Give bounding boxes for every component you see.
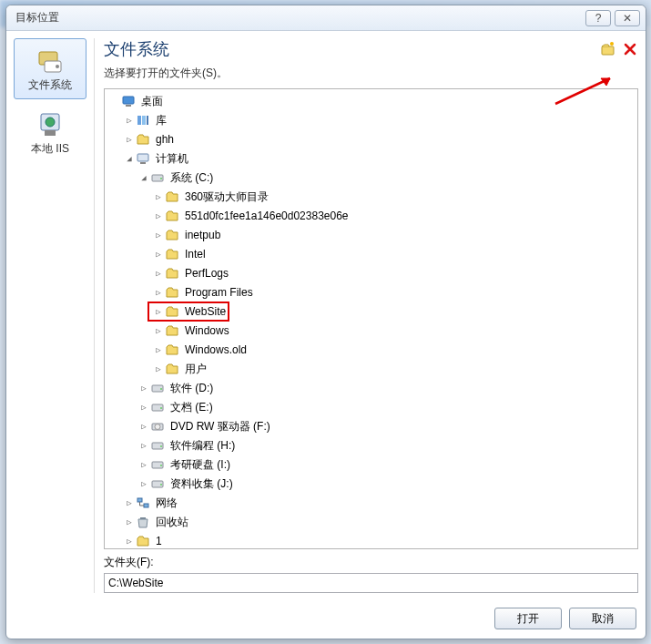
tree-node-folder-6[interactable]: ▷WebSite xyxy=(105,302,637,321)
tree-node-library[interactable]: ▷库 xyxy=(105,111,637,129)
tree-node-computer[interactable]: ◢计算机 xyxy=(105,149,637,168)
expand-icon[interactable]: ▷ xyxy=(152,322,165,340)
tree-node-label: ghh xyxy=(154,130,176,148)
open-button[interactable]: 打开 xyxy=(494,608,562,629)
tree-node-label: 551d0fc1fee1a146e0d02383e06e xyxy=(183,207,351,225)
expand-icon[interactable]: ▷ xyxy=(152,226,165,244)
tree-node-folder-0[interactable]: ▷360驱动大师目录 xyxy=(105,188,637,206)
tree-node-label: 1 xyxy=(154,532,164,549)
folder-icon xyxy=(165,247,179,261)
tree-node-drive-i[interactable]: ▷考研硬盘 (I:) xyxy=(105,455,637,474)
tree-node-ghh[interactable]: ▷ghh xyxy=(105,130,637,148)
drive-icon xyxy=(150,170,165,185)
expand-icon[interactable]: ▷ xyxy=(152,188,165,206)
tree-node-folder-8[interactable]: ▷Windows.old xyxy=(105,341,637,359)
svg-rect-13 xyxy=(137,154,148,161)
computer-icon xyxy=(136,151,150,166)
close-button[interactable]: ✕ xyxy=(615,10,640,26)
tree-node-drive-j[interactable]: ▷资料收集 (J:) xyxy=(105,475,637,493)
delete-button[interactable] xyxy=(622,41,638,57)
iis-icon xyxy=(36,110,65,139)
expand-icon[interactable]: ▷ xyxy=(137,475,150,493)
folder-path-input[interactable] xyxy=(104,573,638,593)
expand-icon[interactable]: ▷ xyxy=(137,379,150,397)
tree-node-folder-4[interactable]: ▷PerfLogs xyxy=(105,264,637,282)
tree-node-folder-2[interactable]: ▷inetpub xyxy=(105,226,637,244)
drive-icon xyxy=(150,381,165,395)
tree-node-label: 回收站 xyxy=(154,513,190,531)
svg-rect-14 xyxy=(140,162,146,164)
svg-point-26 xyxy=(160,465,162,466)
tree-node-label: 软件 (D:) xyxy=(168,379,215,397)
tree-node-drive-f[interactable]: ▷DVD RW 驱动器 (F:) xyxy=(105,417,637,435)
sidebar-item-filesystem[interactable]: 文件系统 xyxy=(14,38,86,99)
tree-node-network[interactable]: ▷网络 xyxy=(105,494,637,512)
tree-node-folder-one[interactable]: ▷1 xyxy=(105,532,637,549)
svg-point-5 xyxy=(46,118,55,127)
tree-node-folder-7[interactable]: ▷Windows xyxy=(105,322,637,340)
tree-node-label: 软件编程 (H:) xyxy=(168,436,237,455)
svg-point-2 xyxy=(56,65,59,68)
svg-rect-12 xyxy=(147,116,148,125)
tree-node-label: 文档 (E:) xyxy=(168,398,215,416)
svg-rect-9 xyxy=(126,105,131,107)
svg-rect-31 xyxy=(140,517,146,519)
drive-icon xyxy=(150,438,165,453)
tree-node-folder-3[interactable]: ▷Intel xyxy=(105,245,637,263)
folder-icon xyxy=(165,304,179,319)
sidebar-item-local-iis[interactable]: 本地 IIS xyxy=(14,103,86,162)
expand-icon[interactable]: ▷ xyxy=(152,207,165,225)
dvd-icon xyxy=(150,419,165,434)
tree-node-drive-c[interactable]: ◢系统 (C:) xyxy=(105,169,637,187)
tree-node-label: 系统 (C:) xyxy=(168,169,215,187)
expand-icon[interactable]: ▷ xyxy=(123,494,136,512)
folder-icon xyxy=(165,285,179,300)
tree-node-recycle[interactable]: ▷回收站 xyxy=(105,513,637,531)
tree-node-label: WebSite xyxy=(183,302,228,321)
tree-node-drive-d[interactable]: ▷软件 (D:) xyxy=(105,379,637,397)
expand-icon[interactable]: ▷ xyxy=(123,532,136,549)
new-folder-icon xyxy=(601,42,615,56)
tree-node-folder-9[interactable]: ▷用户 xyxy=(105,360,637,378)
folder-icon xyxy=(165,323,179,338)
expand-icon[interactable]: ▷ xyxy=(152,245,165,263)
expand-icon[interactable]: ▷ xyxy=(152,283,165,302)
source-sidebar: 文件系统 本地 IIS xyxy=(14,38,86,593)
tree-node-label: PerfLogs xyxy=(183,264,230,282)
expand-icon[interactable]: ▷ xyxy=(137,436,150,455)
tree-node-folder-5[interactable]: ▷Program Files xyxy=(105,283,637,302)
expand-icon[interactable]: ▷ xyxy=(152,360,165,378)
folder-tree[interactable]: ▷桌面▷库▷ghh◢计算机◢系统 (C:)▷360驱动大师目录▷551d0fc1… xyxy=(104,88,638,549)
drive-icon xyxy=(150,400,165,414)
tree-node-folder-1[interactable]: ▷551d0fc1fee1a146e0d02383e06e xyxy=(105,207,637,225)
tree-node-label: 考研硬盘 (I:) xyxy=(168,455,232,474)
tree-node-drive-e[interactable]: ▷文档 (E:) xyxy=(105,398,637,416)
tree-node-drive-h[interactable]: ▷软件编程 (H:) xyxy=(105,436,637,455)
expand-icon[interactable]: ▷ xyxy=(152,341,165,359)
svg-rect-6 xyxy=(602,46,614,55)
expand-icon[interactable]: ▷ xyxy=(137,417,150,435)
expand-icon[interactable]: ▷ xyxy=(152,302,165,321)
expand-icon[interactable]: ▷ xyxy=(123,111,136,129)
expand-icon[interactable]: ▷ xyxy=(137,398,150,416)
svg-rect-30 xyxy=(144,504,148,507)
library-icon xyxy=(136,113,150,128)
cancel-button[interactable]: 取消 xyxy=(569,608,636,629)
svg-point-24 xyxy=(160,445,162,447)
tree-node-label: 360驱动大师目录 xyxy=(183,188,270,206)
collapse-icon[interactable]: ◢ xyxy=(137,169,150,187)
expand-icon[interactable]: ▷ xyxy=(123,513,136,531)
help-button[interactable]: ? xyxy=(585,10,611,26)
folder-icon xyxy=(136,132,150,147)
collapse-icon[interactable]: ◢ xyxy=(123,149,136,168)
tree-node-label: Program Files xyxy=(183,283,255,302)
tree-node-label: Intel xyxy=(183,245,208,263)
new-folder-button[interactable] xyxy=(600,41,616,57)
tree-node-label: DVD RW 驱动器 (F:) xyxy=(168,417,272,435)
expand-icon[interactable]: ▷ xyxy=(137,455,150,474)
expand-icon[interactable]: ▷ xyxy=(152,264,165,282)
expand-icon[interactable]: ▷ xyxy=(123,130,136,148)
folder-icon xyxy=(165,189,179,204)
svg-rect-8 xyxy=(123,97,134,104)
tree-node-label: 桌面 xyxy=(139,92,165,110)
